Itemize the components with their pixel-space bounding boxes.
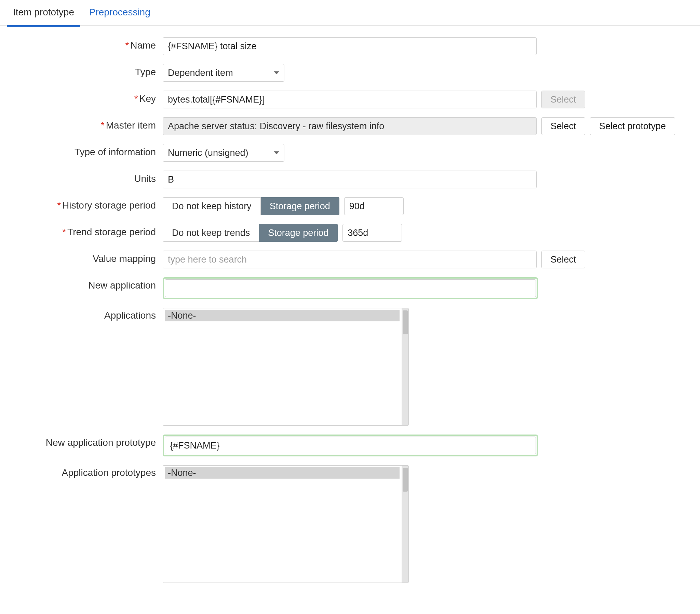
required-marker: *: [134, 93, 139, 104]
type-select[interactable]: Dependent item: [163, 64, 284, 82]
master-item-display: Apache server status: Discovery - raw fi…: [163, 117, 537, 135]
value-mapping-select-button[interactable]: Select: [541, 250, 585, 268]
application-prototypes-listbox[interactable]: -None-: [163, 465, 409, 583]
new-application-highlight: [163, 277, 538, 299]
type-select-value: Dependent item: [168, 68, 233, 78]
name-input[interactable]: [163, 37, 537, 55]
label-type-of-information: Type of information: [0, 144, 163, 158]
applications-item-none[interactable]: -None-: [165, 310, 400, 321]
history-do-not-keep-button[interactable]: Do not keep history: [163, 197, 261, 215]
label-applications: Applications: [0, 308, 163, 321]
required-marker: *: [125, 40, 130, 51]
label-value-mapping: Value mapping: [0, 250, 163, 264]
label-units: Units: [0, 171, 163, 184]
scrollbar-thumb[interactable]: [403, 310, 408, 334]
trend-do-not-keep-button[interactable]: Do not keep trends: [163, 224, 259, 242]
application-prototypes-items: -None-: [163, 466, 402, 582]
trend-value-input[interactable]: [342, 224, 402, 242]
tab-item-prototype[interactable]: Item prototype: [7, 0, 80, 27]
type-of-information-select[interactable]: Numeric (unsigned): [163, 144, 284, 162]
applications-items: -None-: [163, 308, 402, 425]
required-marker: *: [62, 227, 67, 237]
new-application-prototype-input[interactable]: [165, 437, 536, 454]
new-application-input[interactable]: [165, 279, 536, 297]
required-marker: *: [57, 200, 62, 211]
label-application-prototypes: Application prototypes: [0, 465, 163, 478]
applications-listbox[interactable]: -None-: [163, 308, 409, 426]
new-application-prototype-highlight: [163, 434, 538, 456]
required-marker: *: [101, 120, 106, 131]
label-new-application-prototype: New application prototype: [0, 434, 163, 448]
applications-scrollbar[interactable]: [402, 308, 409, 425]
chevron-down-icon: [274, 72, 279, 75]
label-key: *Key: [0, 90, 163, 104]
history-segment: Do not keep history Storage period: [163, 197, 339, 215]
master-item-select-prototype-button[interactable]: Select prototype: [590, 117, 675, 135]
label-history-storage-period: *History storage period: [0, 197, 163, 211]
units-input[interactable]: [163, 171, 537, 188]
label-new-application: New application: [0, 277, 163, 291]
history-storage-period-button[interactable]: Storage period: [261, 197, 339, 215]
label-name: *Name: [0, 37, 163, 51]
master-item-select-button[interactable]: Select: [541, 117, 585, 135]
tab-preprocessing[interactable]: Preprocessing: [83, 0, 157, 25]
trend-segment: Do not keep trends Storage period: [163, 224, 338, 242]
form: *Name Type Dependent item *Key: [0, 26, 700, 583]
trend-storage-period-button[interactable]: Storage period: [259, 224, 338, 242]
application-prototypes-item-none[interactable]: -None-: [165, 467, 400, 479]
chevron-down-icon: [274, 151, 279, 155]
application-prototypes-scrollbar[interactable]: [402, 466, 409, 582]
label-master-item: *Master item: [0, 117, 163, 131]
scrollbar-thumb[interactable]: [403, 468, 408, 492]
label-trend-storage-period: *Trend storage period: [0, 224, 163, 237]
key-input[interactable]: [163, 90, 537, 108]
history-value-input[interactable]: [344, 197, 404, 215]
key-select-button: Select: [541, 90, 585, 108]
type-of-information-value: Numeric (unsigned): [168, 148, 249, 158]
value-mapping-input[interactable]: [163, 250, 537, 268]
tabs: Item prototype Preprocessing: [0, 0, 700, 26]
label-type: Type: [0, 64, 163, 77]
